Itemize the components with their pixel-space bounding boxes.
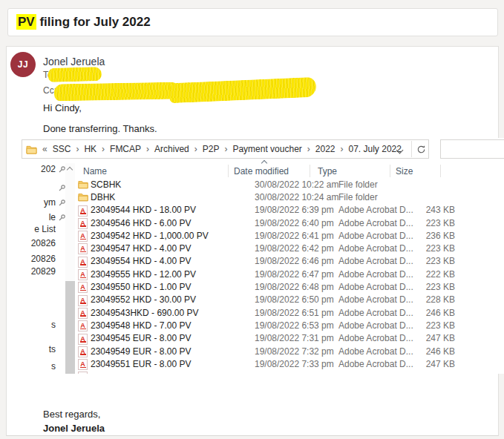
file-row[interactable]: A 23049551 EUR - 8.00 PV 19/08/2022 7:33… bbox=[74, 357, 504, 370]
breadcrumb-segment[interactable]: 07. July 2022 bbox=[349, 144, 402, 154]
breadcrumb-separator-icon[interactable]: › bbox=[102, 144, 105, 154]
subject-rest: filing for July 2022 bbox=[36, 15, 151, 29]
nav-item-label: s bbox=[51, 361, 56, 372]
sender-name[interactable]: Jonel Jeruela bbox=[43, 56, 105, 67]
file-size: 243 KB bbox=[410, 205, 455, 215]
breadcrumb-separator-icon[interactable]: › bbox=[76, 144, 79, 154]
search-box[interactable] bbox=[440, 139, 504, 159]
file-row[interactable]: A 23049552 HKD - 30.00 PV 19/08/2022 6:5… bbox=[74, 294, 504, 306]
file-row[interactable]: A 23049542 HKD - 1,000.00 PV 19/08/2022 … bbox=[74, 229, 504, 242]
file-name: 23049550 HKD - 1.00 PV bbox=[91, 282, 239, 292]
nav-item-label: 20826 bbox=[31, 254, 56, 264]
pdf-icon: A bbox=[78, 243, 88, 253]
nav-item-label: 202 bbox=[41, 164, 56, 174]
file-row[interactable]: A 23049544 HKD - 18.00 PV 19/08/2022 6:3… bbox=[74, 204, 504, 217]
nav-pane-item[interactable]: e List bbox=[21, 224, 56, 234]
breadcrumb-segment[interactable]: 2022 bbox=[315, 144, 336, 154]
file-row[interactable]: SCBHK 30/08/2022 10:22 am File folder bbox=[74, 178, 504, 191]
pdf-icon: A bbox=[78, 372, 88, 374]
file-size: 223 KB bbox=[410, 243, 455, 254]
column-header-date[interactable]: Date modified bbox=[234, 166, 289, 176]
file-name: 23049554 HKD - 4.00 PV bbox=[91, 256, 239, 266]
file-name: 23049542 HKD - 1,000.00 PV bbox=[91, 231, 239, 241]
breadcrumb-separator-icon[interactable]: › bbox=[307, 144, 310, 154]
email-closing: Best regards, bbox=[43, 409, 100, 420]
column-header-name[interactable]: Name bbox=[83, 166, 107, 176]
pdf-icon: A bbox=[78, 218, 88, 228]
breadcrumb-separator-icon[interactable]: › bbox=[341, 144, 344, 154]
file-name: SCBHK bbox=[91, 179, 239, 190]
file-row[interactable]: A 23049547 HKD - 4.00 PV 19/08/2022 6:42… bbox=[74, 242, 504, 254]
file-date-modified: 30/08/2022 10:24 am bbox=[255, 192, 336, 202]
file-date-modified: 19/08/2022 6:42 pm bbox=[255, 243, 336, 254]
email-signature: Jonel Jeruela bbox=[43, 423, 105, 434]
file-date-modified: 19/08/2022 6:53 pm bbox=[255, 320, 336, 331]
refresh-icon bbox=[416, 145, 426, 154]
nav-pane-item[interactable]: le bbox=[21, 212, 56, 222]
nav-pane-item[interactable]: 202 bbox=[21, 164, 56, 174]
pdf-icon: A bbox=[78, 334, 88, 343]
subject-title: PV filing for July 2022 bbox=[16, 15, 151, 30]
file-name: 23049546 HKD - 6.00 PV bbox=[91, 218, 239, 228]
file-row[interactable]: A 23049546 HKD - 6.00 PV 19/08/2022 6:40… bbox=[74, 217, 504, 229]
breadcrumb-segment[interactable]: SSC bbox=[53, 144, 71, 154]
nav-item-label: ts bbox=[49, 344, 56, 354]
nav-pane-item[interactable]: ts bbox=[21, 344, 56, 354]
file-name: 23049551 EUR - 8.00 PV bbox=[91, 359, 239, 369]
file-name: DBHK bbox=[91, 192, 239, 202]
breadcrumb-separator-icon[interactable]: › bbox=[194, 144, 197, 154]
file-size: 223 KB bbox=[410, 218, 455, 228]
file-name: 23049547 HKD - 4.00 PV bbox=[91, 243, 239, 254]
file-row[interactable]: A 23049549 EUR - 8.00 PV 19/08/2022 7:32… bbox=[74, 345, 504, 357]
subject-highlighted-term: PV bbox=[16, 14, 36, 30]
file-type: Adobe Acrobat D... bbox=[338, 308, 413, 318]
file-row[interactable]: A 23049543HKD - 690.00 PV 19/08/2022 6:5… bbox=[74, 306, 504, 319]
breadcrumb-segment[interactable]: Archived bbox=[154, 144, 189, 154]
sort-ascending-caret-icon bbox=[261, 160, 267, 166]
breadcrumb-separator-icon[interactable]: › bbox=[224, 144, 227, 154]
breadcrumb-segment[interactable]: P2P bbox=[203, 144, 220, 154]
column-separator[interactable] bbox=[310, 165, 310, 177]
address-bar[interactable]: « SSC›HK›FMCAP›Archived›P2P›Payment vouc… bbox=[22, 139, 429, 159]
pdf-icon: A bbox=[78, 308, 88, 317]
file-size: 247 KB bbox=[410, 359, 455, 369]
file-row[interactable]: DBHK 30/08/2022 10:24 am File folder bbox=[74, 191, 504, 203]
nav-item-label: 20829 bbox=[31, 266, 56, 277]
scroll-up-icon[interactable] bbox=[67, 167, 73, 173]
nav-pane-item[interactable]: 20826 bbox=[21, 238, 56, 248]
nav-pane-item[interactable]: 20826 bbox=[21, 254, 56, 264]
file-date-modified: 19/08/2022 6:46 pm bbox=[255, 256, 336, 266]
breadcrumb-segment[interactable]: Payment voucher bbox=[232, 144, 301, 154]
nav-pane-item[interactable]: 20829 bbox=[21, 266, 56, 277]
email-greeting: Hi Cindy, bbox=[43, 102, 82, 113]
file-size: 247 KB bbox=[410, 333, 455, 343]
file-row[interactable]: A 23049550 HKD - 1.00 PV 19/08/2022 6:48… bbox=[74, 280, 504, 293]
redaction-scribble-to bbox=[48, 67, 102, 82]
column-header-type[interactable]: Type bbox=[318, 166, 337, 176]
file-row[interactable]: A 23049548 HKD - 7.00 PV 19/08/2022 6:53… bbox=[74, 319, 504, 331]
breadcrumb-separator-icon[interactable]: › bbox=[146, 144, 149, 154]
refresh-button[interactable] bbox=[413, 142, 429, 157]
breadcrumb-segment[interactable]: HK bbox=[84, 144, 96, 154]
pdf-icon: A bbox=[78, 282, 88, 291]
file-row[interactable]: A 23049545 EUR - 8.00 PV 19/08/2022 7:31… bbox=[74, 332, 504, 345]
column-header-size[interactable]: Size bbox=[396, 166, 413, 176]
file-size: 236 KB bbox=[410, 231, 455, 241]
avatar[interactable]: JJ bbox=[10, 52, 36, 77]
column-separator[interactable] bbox=[228, 165, 229, 177]
breadcrumb-home[interactable]: « bbox=[42, 144, 48, 154]
file-row[interactable]: A 23049554 HKD - 4.00 PV 19/08/2022 6:46… bbox=[74, 255, 504, 268]
file-row[interactable]: A 23049555 HKD - 12.00 PV 19/08/2022 6:4… bbox=[74, 268, 504, 280]
file-row[interactable]: A bbox=[74, 370, 504, 374]
file-date-modified: 19/08/2022 7:32 pm bbox=[255, 346, 336, 357]
column-separator[interactable] bbox=[440, 165, 441, 177]
file-name: 23049552 HKD - 30.00 PV bbox=[91, 294, 239, 305]
nav-pane-item[interactable]: ym bbox=[21, 197, 56, 208]
breadcrumb-segment[interactable]: FMCAP bbox=[110, 144, 141, 154]
nav-pane-item[interactable]: s bbox=[21, 361, 56, 372]
file-type: Adobe Acrobat D... bbox=[338, 294, 413, 305]
nav-pane-item[interactable]: s bbox=[21, 320, 56, 330]
column-separator[interactable] bbox=[390, 165, 390, 177]
nav-item-label: ym bbox=[44, 197, 56, 208]
pdf-icon: A bbox=[78, 231, 88, 240]
